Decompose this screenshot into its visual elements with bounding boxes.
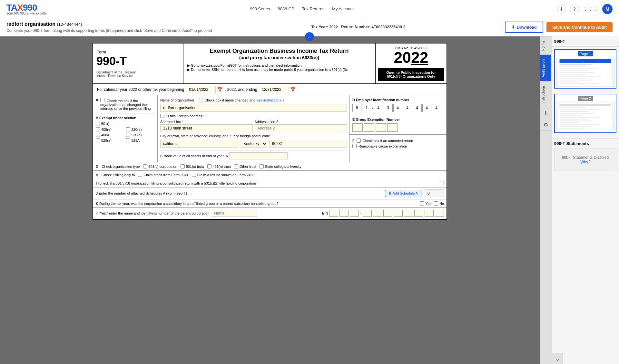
- avatar[interactable]: M: [602, 4, 613, 14]
- page2-label: Page 2: [578, 96, 593, 101]
- section-i-checkbox[interactable]: [440, 181, 444, 185]
- yes-option: Yes: [420, 201, 431, 206]
- svg-rect-18: [560, 113, 595, 114]
- book-value-input[interactable]: [230, 152, 288, 159]
- page-2-thumb[interactable]: Page 2: [554, 94, 616, 133]
- add-schedule-button[interactable]: ⊕ Add Schedule A: [385, 190, 421, 197]
- collapse-button[interactable]: ⌄: [305, 32, 314, 41]
- book-value-row: C Book value of all assets at end of yea…: [160, 150, 347, 159]
- g-401a-trust-checkbox[interactable]: [207, 164, 211, 168]
- group-exemption-boxes: [352, 123, 444, 132]
- tax-year-row: For calendar year 2022 or other tax year…: [93, 84, 447, 95]
- name-changed-checkbox[interactable]: [199, 98, 203, 102]
- reasonable-cause-checkbox[interactable]: [352, 144, 357, 148]
- form-area: Form 990-T Department of the Treasury In…: [0, 36, 540, 364]
- start-date-wrap: 📅: [187, 86, 222, 93]
- nav-my-account[interactable]: My Account: [332, 6, 354, 11]
- grid-icon[interactable]: ⋮⋮⋮: [583, 6, 598, 12]
- exempt-501c-checkbox[interactable]: [96, 122, 100, 126]
- form-instructions: ▶ Go to www.irs.gov/Form990T for instruc…: [187, 63, 371, 72]
- address-grid: Address Line 1 Address Line 2: [160, 120, 347, 132]
- exempt-501: 501(): [96, 122, 155, 126]
- foreign-address-checkbox[interactable]: [160, 114, 164, 118]
- exempt-530a-checkbox[interactable]: [126, 133, 130, 137]
- download-button[interactable]: ⬇ Download: [505, 22, 543, 33]
- section-i-row: I I check if a 501(c)(3) organization fi…: [93, 179, 447, 187]
- ein-sub-box-5: [373, 210, 382, 217]
- sidebar-990t-title: 990-T: [552, 36, 619, 47]
- yes-checkbox[interactable]: [420, 201, 424, 206]
- ein-sub-box-6: [383, 210, 392, 217]
- amended-return-checkbox[interactable]: [357, 139, 361, 143]
- exempt-220e-checkbox[interactable]: [126, 127, 130, 131]
- ein-sub-box-2: [339, 210, 349, 217]
- org-name-input[interactable]: [160, 104, 347, 112]
- ein-digit-8: 4: [422, 104, 431, 112]
- foreign-address-row: Is this Foreign address?: [160, 114, 347, 118]
- section-f: F Check box if an amended return Reasona…: [350, 135, 447, 152]
- address-line1-input[interactable]: [160, 124, 253, 132]
- form-header-center: Exempt Organization Business Income Tax …: [183, 43, 376, 83]
- scroll-down-button[interactable]: ⌄: [552, 353, 563, 364]
- info-tab-icon[interactable]: ℹ: [540, 108, 552, 119]
- h-claim-refund: Claim a refund shown on Form 2439: [192, 173, 255, 177]
- why-link[interactable]: Why?: [580, 160, 590, 164]
- nav-990-series[interactable]: 990 Series: [250, 6, 270, 11]
- city-input[interactable]: [160, 140, 238, 148]
- svg-rect-24: [560, 124, 598, 125]
- amended-return-row: F Check box if an amended return: [352, 139, 444, 143]
- h-claim-refund-checkbox[interactable]: [192, 173, 196, 177]
- svg-rect-7: [560, 74, 582, 75]
- see-instructions-link[interactable]: see instructions: [257, 98, 281, 102]
- header-actions: ⬇ Download Save and Continue to Audit: [505, 22, 613, 33]
- nav-links: 990 Series 8038-CP Tax Returns My Accoun…: [250, 6, 354, 11]
- g-state-college-checkbox[interactable]: [260, 164, 264, 168]
- exempt-529a: 529(a): [96, 138, 125, 142]
- start-date-input[interactable]: [187, 86, 216, 93]
- h-claim-credit-checkbox[interactable]: [138, 173, 142, 177]
- section-g-row: G Check organization type 501(c) corpora…: [93, 162, 447, 171]
- address-line2-input[interactable]: [255, 124, 347, 132]
- exempt-529A-checkbox[interactable]: [126, 138, 130, 142]
- nav-tax-returns[interactable]: Tax Returns: [302, 6, 324, 11]
- ein-digit-4: 3: [384, 104, 393, 112]
- nav-8038cp[interactable]: 8038-CP: [278, 6, 294, 11]
- tab-forms[interactable]: Forms: [540, 36, 551, 54]
- section-j-row: J Enter the number of attached Schedules…: [93, 187, 447, 199]
- save-continue-button[interactable]: Save and Continue to Audit: [546, 22, 613, 32]
- g-other-trust-checkbox[interactable]: [234, 164, 238, 168]
- download-icon: ⬇: [511, 25, 515, 30]
- city-state-row: Kentucky California New York Texas Flori…: [160, 140, 347, 148]
- schedule-count-input[interactable]: [425, 189, 444, 197]
- exempt-529a-checkbox[interactable]: [96, 138, 100, 142]
- info-icon[interactable]: ℹ: [557, 5, 566, 14]
- help-icon[interactable]: ?: [570, 5, 579, 14]
- statements-section: 990-T Statements 990-T Statements Disabl…: [552, 138, 619, 174]
- g-501c-trust-checkbox[interactable]: [181, 164, 185, 168]
- svg-rect-10: [560, 80, 592, 81]
- start-date-calendar-icon[interactable]: 📅: [217, 87, 222, 92]
- exempt-408e-checkbox[interactable]: [96, 127, 100, 131]
- group-box-2: [364, 123, 374, 132]
- address-changed-checkbox[interactable]: [100, 98, 104, 102]
- zip-input[interactable]: [269, 140, 347, 148]
- no-checkbox[interactable]: [434, 201, 438, 206]
- svg-rect-22: [560, 120, 592, 121]
- state-select[interactable]: Kentucky California New York Texas Flori…: [240, 140, 267, 148]
- parent-corp-name-input[interactable]: [212, 210, 257, 217]
- ein-digit-6: 4: [403, 104, 412, 112]
- ein-digit-1: 8: [352, 104, 361, 112]
- exempt-408a-checkbox[interactable]: [96, 133, 100, 137]
- end-date-input[interactable]: [260, 86, 289, 93]
- svg-rect-2: [560, 64, 592, 65]
- tab-audit-errors[interactable]: Audit Errors: [540, 54, 551, 81]
- tab-instructions[interactable]: Instructions: [540, 81, 551, 107]
- end-date-calendar-icon[interactable]: 📅: [290, 87, 296, 92]
- ein-sub-box-10: [425, 210, 434, 217]
- ein-sub-box-11: [435, 210, 444, 217]
- gear-tab-icon[interactable]: ⚙: [540, 119, 552, 131]
- exempt-408e: 408(e): [96, 127, 125, 131]
- page-1-thumb[interactable]: Page 1: [554, 49, 616, 89]
- g-501c-corp-checkbox[interactable]: [143, 164, 147, 168]
- nav-icons: ℹ ? ⋮⋮⋮ M: [557, 4, 613, 14]
